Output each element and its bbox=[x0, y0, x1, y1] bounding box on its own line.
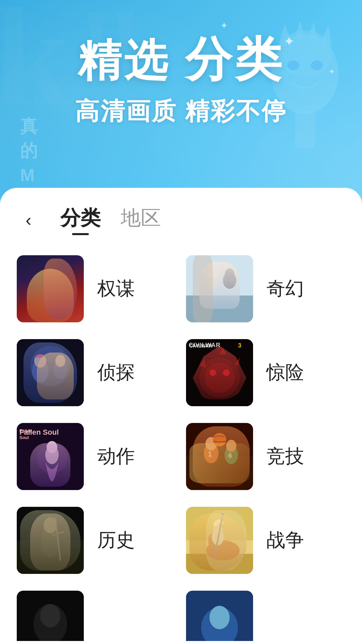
svg-point-66 bbox=[209, 606, 230, 629]
svg-point-50 bbox=[44, 517, 57, 533]
svg-point-21 bbox=[55, 355, 65, 367]
svg-point-25 bbox=[199, 358, 240, 398]
svg-point-49 bbox=[40, 524, 60, 557]
svg-point-28 bbox=[223, 369, 230, 376]
svg-point-63 bbox=[40, 604, 60, 628]
category-thumb-bottom1 bbox=[17, 591, 84, 641]
category-thumb-quanmou bbox=[17, 255, 84, 322]
svg-point-40 bbox=[204, 443, 219, 463]
svg-point-17 bbox=[30, 346, 70, 386]
category-item-zhentan[interactable]: 侦探 bbox=[17, 339, 176, 406]
svg-text:3: 3 bbox=[238, 342, 241, 349]
svg-marker-60 bbox=[221, 514, 225, 519]
svg-point-58 bbox=[213, 524, 223, 535]
category-label-dongzuo: 动作 bbox=[97, 444, 135, 469]
tab-category[interactable]: 分类 bbox=[60, 205, 101, 235]
category-label-jingji: 竞技 bbox=[266, 444, 304, 469]
svg-point-44 bbox=[226, 440, 236, 452]
category-item-jingxian[interactable]: CIVILWAR 3 惊险 bbox=[186, 339, 345, 406]
category-item-bottom1[interactable] bbox=[17, 591, 176, 641]
svg-point-56 bbox=[206, 540, 240, 560]
svg-rect-32 bbox=[17, 423, 84, 490]
svg-point-35 bbox=[37, 443, 67, 473]
svg-rect-38 bbox=[186, 423, 253, 490]
svg-point-46 bbox=[213, 433, 226, 446]
category-thumb-bottom2 bbox=[186, 591, 253, 641]
svg-text:1: 1 bbox=[208, 450, 212, 458]
back-button[interactable]: ‹ bbox=[17, 208, 40, 232]
category-label-quanmou: 权谋 bbox=[97, 276, 135, 302]
hero-content: 精选 分类 高清画质 精彩不停 bbox=[0, 34, 362, 127]
svg-point-27 bbox=[209, 369, 216, 376]
svg-rect-55 bbox=[186, 554, 253, 574]
category-grid: 权谋 奇幻 bbox=[17, 245, 345, 641]
svg-rect-22 bbox=[186, 339, 253, 406]
category-label-zhanzhen: 战争 bbox=[266, 528, 304, 553]
svg-point-13 bbox=[207, 266, 218, 278]
svg-text:CIVILWAR: CIVILWAR bbox=[189, 343, 212, 348]
svg-rect-16 bbox=[17, 339, 84, 406]
category-thumb-qihuan bbox=[186, 255, 253, 322]
svg-point-14 bbox=[223, 272, 236, 289]
svg-point-41 bbox=[205, 437, 217, 450]
tab-bar: ‹ 分类 地区 bbox=[17, 188, 345, 245]
category-thumb-jingxian: CIVILWAR 3 bbox=[186, 339, 253, 406]
hero-title-part2: 分类 bbox=[185, 33, 284, 86]
hero-title-part1: 精选 bbox=[78, 36, 170, 85]
svg-point-57 bbox=[212, 529, 224, 545]
category-item-dongzuo[interactable]: Fallen Soul 动作 bbox=[17, 423, 176, 490]
category-thumb-jingji: 1 6 bbox=[186, 423, 253, 490]
category-thumb-zhentan bbox=[17, 339, 84, 406]
svg-text:Fallen: Fallen bbox=[19, 428, 32, 433]
category-thumb-zhanzhen bbox=[186, 507, 253, 574]
svg-line-51 bbox=[55, 517, 60, 560]
category-thumb-lishi bbox=[17, 507, 84, 574]
svg-point-37 bbox=[47, 441, 57, 453]
svg-line-59 bbox=[215, 514, 223, 557]
svg-rect-10 bbox=[186, 255, 253, 296]
svg-rect-11 bbox=[186, 296, 253, 322]
svg-point-20 bbox=[54, 359, 67, 379]
svg-rect-39 bbox=[186, 457, 253, 490]
svg-point-43 bbox=[225, 445, 238, 464]
svg-point-19 bbox=[34, 354, 46, 368]
svg-rect-48 bbox=[17, 540, 84, 574]
svg-point-12 bbox=[205, 269, 220, 288]
svg-point-18 bbox=[32, 359, 49, 383]
svg-text:6: 6 bbox=[228, 452, 232, 459]
category-item-jingji[interactable]: 1 6 竞技 bbox=[186, 423, 345, 490]
deco-sparkle-2: ✦ bbox=[220, 20, 228, 31]
category-item-zhanzhen[interactable]: 战争 bbox=[186, 507, 345, 574]
category-item-qihuan[interactable]: 奇幻 bbox=[186, 255, 345, 322]
hero-title: 精选 分类 bbox=[20, 34, 342, 85]
category-thumb-dongzuo: Fallen Soul bbox=[17, 423, 84, 490]
category-item-quanmou[interactable]: 权谋 bbox=[17, 255, 176, 322]
card-panel: ‹ 分类 地区 权谋 bbox=[0, 188, 362, 644]
category-label-jingxian: 惊险 bbox=[266, 360, 304, 385]
hero-subtitle: 高清画质 精彩不停 bbox=[20, 95, 342, 127]
svg-rect-54 bbox=[186, 507, 253, 540]
category-item-bottom2[interactable] bbox=[186, 591, 345, 641]
svg-line-52 bbox=[52, 532, 64, 535]
svg-point-26 bbox=[204, 363, 235, 393]
category-label-zhentan: 侦探 bbox=[97, 360, 135, 385]
tab-region[interactable]: 地区 bbox=[121, 205, 161, 235]
svg-text:Soul: Soul bbox=[19, 435, 29, 440]
back-icon: ‹ bbox=[25, 210, 31, 230]
category-item-lishi[interactable]: 历史 bbox=[17, 507, 176, 574]
svg-point-36 bbox=[45, 445, 59, 464]
svg-point-15 bbox=[225, 268, 234, 279]
category-label-lishi: 历史 bbox=[97, 528, 135, 553]
category-label-qihuan: 奇幻 bbox=[266, 276, 304, 302]
